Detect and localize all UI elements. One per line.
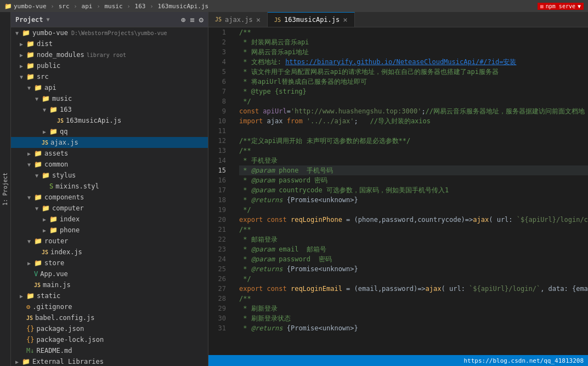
tree-item-music[interactable]: ▼📁music bbox=[11, 93, 208, 104]
tree-item-qq[interactable]: ▶📁qq bbox=[11, 126, 208, 137]
code-line-15: * @param phone 手机号码 bbox=[239, 165, 588, 175]
code-content[interactable]: /** * 封装网易云音乐api * 网易云音乐api地址 * 文档地址: ht… bbox=[235, 27, 588, 355]
tree-item-public[interactable]: ▶📁public bbox=[11, 60, 208, 71]
top-bar: 📁 yumbo-vue › src › api › music › 163 › … bbox=[0, 0, 588, 12]
folder-icon: 📁 bbox=[4, 3, 12, 10]
line-numbers: 1234567891011121314151617181920212223242… bbox=[208, 27, 235, 355]
tab-163musicapi-close[interactable]: × bbox=[343, 16, 347, 24]
tree-item-index[interactable]: ▶📁index bbox=[11, 214, 208, 225]
code-line-12: /**定义api调用开始 未声明可选参数的都是必选参数**/ bbox=[239, 136, 588, 146]
tab-163musicApi[interactable]: JS 163musicApi.js × bbox=[268, 12, 355, 27]
tree-item-assets[interactable]: ▶📁assets bbox=[11, 148, 208, 159]
settings-icon[interactable]: ⚙ bbox=[199, 15, 203, 24]
tree-item-.gitignore[interactable]: ⚙.gitignore bbox=[11, 301, 208, 312]
tree-item-package-lock.json[interactable]: {}package-lock.json bbox=[11, 334, 208, 345]
tree-label: README.md bbox=[36, 347, 72, 354]
tree-item-package.json[interactable]: {}package.json bbox=[11, 323, 208, 334]
line-number-28: 28 bbox=[208, 294, 230, 304]
tree-item-phone[interactable]: ▶📁phone bbox=[11, 225, 208, 236]
tree-label: qq bbox=[60, 128, 67, 135]
tree-item-computer[interactable]: ▼📁computer bbox=[11, 203, 208, 214]
code-line-13: /** bbox=[239, 146, 588, 156]
tree-item-components[interactable]: ▼📁components bbox=[11, 192, 208, 203]
tab-ajax[interactable]: JS ajax.js × bbox=[208, 12, 268, 27]
tree-label: common bbox=[44, 161, 68, 168]
line-number-6: 6 bbox=[208, 77, 230, 87]
line-number-18: 18 bbox=[208, 195, 230, 205]
tree-item-babel.config.js[interactable]: JSbabel.config.js bbox=[11, 312, 208, 323]
tree-item-README.md[interactable]: M↓README.md bbox=[11, 345, 208, 356]
tab-ajax-close[interactable]: × bbox=[256, 16, 261, 24]
tree-item-ajax.js[interactable]: JSajax.js bbox=[11, 137, 208, 148]
tree-label: stylus bbox=[52, 171, 76, 179]
line-number-4: 4 bbox=[208, 57, 230, 67]
status-url: https://blog.csdn.net/qq_41813208 bbox=[463, 357, 584, 364]
tree-item-src[interactable]: ▼📁src bbox=[11, 71, 208, 82]
tree-label: package-lock.json bbox=[36, 336, 104, 344]
tree-label: 163 bbox=[60, 106, 72, 113]
line-number-17: 17 bbox=[208, 185, 230, 195]
line-number-2: 2 bbox=[208, 37, 230, 47]
tree-item-static[interactable]: ▶📁static bbox=[11, 290, 208, 301]
breadcrumb-163[interactable]: 163 bbox=[135, 3, 146, 10]
tree-item-App.vue[interactable]: VApp.vue bbox=[11, 268, 208, 279]
tree-item-yumbo-vue[interactable]: ▼📁yumbo-vueD:\WebstormProjects\yumbo-vue bbox=[11, 27, 208, 38]
vertical-tab[interactable]: 1: Project bbox=[0, 12, 11, 366]
tree-label: phone bbox=[60, 226, 80, 234]
tree-item-api[interactable]: ▼📁api bbox=[11, 82, 208, 93]
tree-label: src bbox=[37, 73, 49, 81]
breadcrumb-src[interactable]: src bbox=[59, 3, 70, 10]
code-line-18: * @returns {Promise<unknown>} bbox=[239, 195, 588, 205]
tree-badge: library root bbox=[87, 52, 126, 58]
tree-label: computer bbox=[52, 204, 84, 212]
sync-icon[interactable]: ≡ bbox=[190, 15, 194, 24]
line-number-8: 8 bbox=[208, 96, 230, 106]
tab-js-icon: JS bbox=[215, 16, 222, 22]
code-line-2: * 封装网易云音乐api bbox=[239, 37, 588, 47]
tree-label: components bbox=[44, 193, 84, 201]
tree-item-mixins.styl[interactable]: Smixins.styl bbox=[11, 181, 208, 192]
tree-item-163musicApi.js[interactable]: JS163musicApi.js bbox=[11, 115, 208, 126]
tree-label: .gitignore bbox=[32, 303, 72, 311]
code-line-22: * 邮箱登录 bbox=[239, 235, 588, 244]
tree-label: App.vue bbox=[40, 270, 68, 278]
breadcrumb-api[interactable]: api bbox=[82, 3, 93, 10]
line-number-19: 19 bbox=[208, 205, 230, 215]
tree-item-router[interactable]: ▼📁router bbox=[11, 236, 208, 247]
tree-item-main.js[interactable]: JSmain.js bbox=[11, 279, 208, 290]
line-number-16: 16 bbox=[208, 175, 230, 185]
line-number-31: 31 bbox=[208, 323, 230, 333]
code-line-26: */ bbox=[239, 274, 588, 284]
line-number-25: 25 bbox=[208, 264, 230, 274]
line-number-13: 13 bbox=[208, 146, 230, 156]
tree-item-node_modules[interactable]: ▶📁node_moduleslibrary root bbox=[11, 49, 208, 60]
breadcrumb-yumbo-vue[interactable]: 📁 yumbo-vue bbox=[4, 3, 47, 10]
tree-label: router bbox=[44, 237, 68, 245]
add-icon[interactable]: ⊕ bbox=[181, 15, 185, 24]
tree-item-common[interactable]: ▼📁common bbox=[11, 159, 208, 170]
tree-item-dist[interactable]: ▶📁dist bbox=[11, 38, 208, 49]
tree-item-stylus[interactable]: ▼📁stylus bbox=[11, 170, 208, 181]
npm-badge[interactable]: ■ npm serve ▼ bbox=[538, 3, 584, 10]
breadcrumb-music[interactable]: music bbox=[104, 3, 122, 10]
tree-item-index.js[interactable]: JSindex.js bbox=[11, 247, 208, 258]
sidebar: Project ▼ ⊕ ≡ ⚙ ▼📁yumbo-vueD:\WebstormPr… bbox=[11, 12, 208, 366]
code-line-30: * 刷新登录状态 bbox=[239, 313, 588, 323]
line-number-3: 3 bbox=[208, 47, 230, 57]
code-line-28: /** bbox=[239, 294, 588, 304]
code-line-16: * @param password 密码 bbox=[239, 175, 588, 185]
code-editor: 1234567891011121314151617181920212223242… bbox=[208, 27, 588, 355]
tree-item-External Libraries[interactable]: ▶📁External Libraries bbox=[11, 356, 208, 366]
line-number-23: 23 bbox=[208, 244, 230, 254]
tree-item-store[interactable]: ▶📁store bbox=[11, 258, 208, 268]
line-number-1: 1 bbox=[208, 27, 230, 37]
tree-item-163[interactable]: ▼📁163 bbox=[11, 104, 208, 115]
tree-label: assets bbox=[44, 150, 68, 157]
sidebar-title: Project bbox=[15, 16, 43, 24]
breadcrumb-file[interactable]: 163musicApi.js bbox=[158, 3, 209, 10]
sidebar-header-icons: ⊕ ≡ ⚙ bbox=[181, 15, 203, 24]
line-number-5: 5 bbox=[208, 67, 230, 77]
tab-bar: JS ajax.js × JS 163musicApi.js × bbox=[208, 12, 588, 27]
npm-icon: ■ bbox=[540, 3, 544, 9]
code-line-7: * @type {string} bbox=[239, 87, 588, 96]
